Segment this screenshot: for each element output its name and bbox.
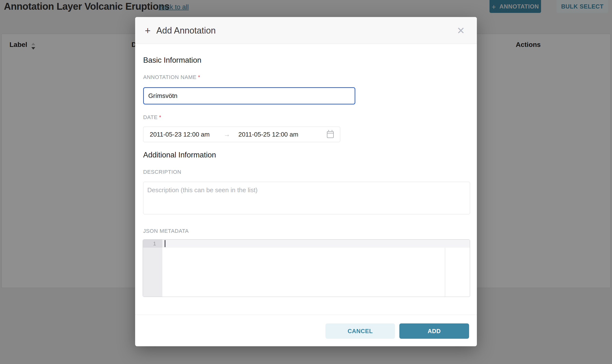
editor-gutter (143, 240, 162, 297)
description-label: DESCRIPTION (143, 169, 181, 175)
modal-header: + Add Annotation ✕ (135, 17, 477, 44)
plus-icon: + (145, 26, 150, 36)
required-asterisk: * (198, 74, 200, 80)
annotation-name-input[interactable] (143, 87, 355, 104)
modal-title: Add Annotation (156, 26, 216, 36)
date-range-picker[interactable]: 2011-05-23 12:00 am → 2011-05-25 12:00 a… (143, 127, 340, 142)
section-basic-information: Basic Information (143, 56, 201, 65)
date-end-value[interactable]: 2011-05-25 12:00 am (238, 131, 299, 138)
annotation-name-label: ANNOTATION NAME* (143, 74, 200, 80)
editor-active-line (162, 240, 470, 247)
json-metadata-editor[interactable]: 1 (143, 239, 470, 297)
add-annotation-modal: + Add Annotation ✕ Basic Information ANN… (135, 17, 477, 346)
editor-line-number: 1 (143, 240, 162, 247)
date-label: DATE* (143, 114, 161, 120)
modal-footer: CANCEL ADD (135, 315, 477, 346)
text-cursor (165, 240, 166, 247)
description-textarea[interactable] (143, 182, 470, 214)
close-icon[interactable]: ✕ (453, 17, 469, 44)
arrow-right-icon: → (224, 131, 230, 138)
print-margin-line (445, 247, 445, 297)
screen: Annotation Layer Volcanic Eruptions Back… (0, 0, 612, 364)
json-metadata-label: JSON METADATA (143, 228, 189, 234)
required-asterisk: * (159, 114, 161, 120)
cancel-button[interactable]: CANCEL (326, 324, 395, 339)
date-start-value[interactable]: 2011-05-23 12:00 am (150, 131, 210, 138)
add-button[interactable]: ADD (399, 324, 469, 339)
section-additional-information: Additional Information (143, 151, 216, 159)
calendar-icon (327, 131, 334, 138)
